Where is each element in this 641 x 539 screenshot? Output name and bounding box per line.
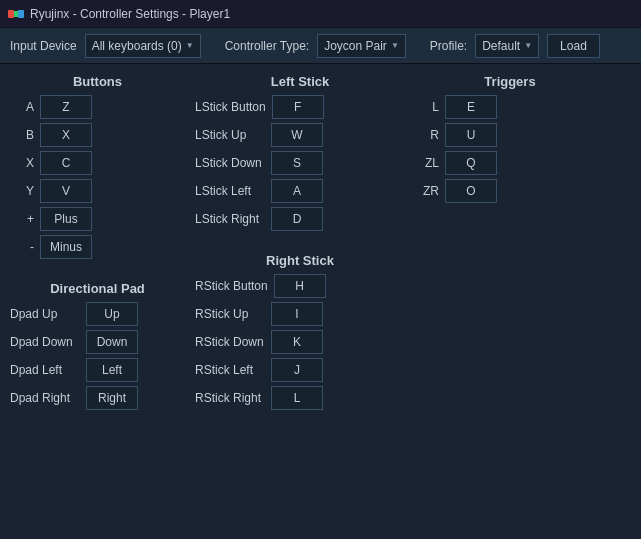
- load-button[interactable]: Load: [547, 34, 600, 58]
- right-stick-title: Right Stick: [195, 253, 405, 268]
- key-row-label: B: [10, 128, 34, 142]
- key-row-label: LStick Button: [195, 100, 266, 114]
- key-button[interactable]: W: [271, 123, 323, 147]
- key-row-label: X: [10, 156, 34, 170]
- dpad-section: Directional Pad Dpad UpUpDpad DownDownDp…: [10, 281, 185, 414]
- key-button[interactable]: S: [271, 151, 323, 175]
- profile-arrow: ▼: [524, 41, 532, 50]
- key-row-label: LStick Up: [195, 128, 265, 142]
- key-button[interactable]: I: [271, 302, 323, 326]
- key-row-label: A: [10, 100, 34, 114]
- key-row-label: Y: [10, 184, 34, 198]
- key-row-label: RStick Left: [195, 363, 265, 377]
- key-button[interactable]: Plus: [40, 207, 92, 231]
- key-button[interactable]: V: [40, 179, 92, 203]
- key-button[interactable]: Right: [86, 386, 138, 410]
- key-row: RStick RightL: [195, 386, 405, 410]
- key-row-label: RStick Button: [195, 279, 268, 293]
- key-row: RStick LeftJ: [195, 358, 405, 382]
- key-row: LStick DownS: [195, 151, 405, 175]
- key-row-label: L: [415, 100, 439, 114]
- key-button[interactable]: L: [271, 386, 323, 410]
- svg-rect-0: [8, 10, 14, 18]
- key-button[interactable]: C: [40, 151, 92, 175]
- key-row-label: ZR: [415, 184, 439, 198]
- key-row-label: LStick Left: [195, 184, 265, 198]
- key-button[interactable]: D: [271, 207, 323, 231]
- key-row-label: Dpad Up: [10, 307, 80, 321]
- key-row-label: RStick Up: [195, 307, 265, 321]
- svg-rect-2: [14, 11, 18, 17]
- controller-type-dropdown[interactable]: Joycon Pair ▼: [317, 34, 406, 58]
- key-button[interactable]: A: [271, 179, 323, 203]
- key-row-label: -: [10, 240, 34, 254]
- left-column: Buttons AZBXXCYV+Plus-Minus Directional …: [10, 74, 185, 529]
- key-row-label: RStick Right: [195, 391, 265, 405]
- triggers-section: Triggers LERUZLQZRO: [415, 74, 605, 207]
- buttons-section: Buttons AZBXXCYV+Plus-Minus: [10, 74, 185, 263]
- key-row: RU: [415, 123, 605, 147]
- key-row-label: ZL: [415, 156, 439, 170]
- key-row: XC: [10, 151, 185, 175]
- right-column: Triggers LERUZLQZRO: [415, 74, 605, 529]
- key-row: LE: [415, 95, 605, 119]
- key-button[interactable]: Q: [445, 151, 497, 175]
- controller-type-arrow: ▼: [391, 41, 399, 50]
- key-row: YV: [10, 179, 185, 203]
- key-button[interactable]: J: [271, 358, 323, 382]
- key-row: Dpad UpUp: [10, 302, 185, 326]
- key-row: ZRO: [415, 179, 605, 203]
- key-button[interactable]: Minus: [40, 235, 92, 259]
- key-button[interactable]: E: [445, 95, 497, 119]
- input-device-dropdown[interactable]: All keyboards (0) ▼: [85, 34, 201, 58]
- key-row-label: Dpad Down: [10, 335, 80, 349]
- key-row: LStick LeftA: [195, 179, 405, 203]
- key-button[interactable]: F: [272, 95, 324, 119]
- triggers-title: Triggers: [415, 74, 605, 89]
- key-row: ZLQ: [415, 151, 605, 175]
- key-row: LStick UpW: [195, 123, 405, 147]
- right-stick-section: Right Stick RStick ButtonHRStick UpIRSti…: [195, 253, 405, 414]
- key-row-label: R: [415, 128, 439, 142]
- key-row: LStick ButtonF: [195, 95, 405, 119]
- toolbar: Input Device All keyboards (0) ▼ Control…: [0, 28, 641, 64]
- key-button[interactable]: Down: [86, 330, 138, 354]
- key-row: RStick UpI: [195, 302, 405, 326]
- profile-dropdown[interactable]: Default ▼: [475, 34, 539, 58]
- key-row: -Minus: [10, 235, 185, 259]
- controller-type-label: Controller Type:: [225, 39, 310, 53]
- key-row-label: Dpad Right: [10, 391, 80, 405]
- key-button[interactable]: Left: [86, 358, 138, 382]
- key-button[interactable]: U: [445, 123, 497, 147]
- key-row: RStick ButtonH: [195, 274, 405, 298]
- title-bar: Ryujinx - Controller Settings - Player1: [0, 0, 641, 28]
- key-row: BX: [10, 123, 185, 147]
- key-row-label: Dpad Left: [10, 363, 80, 377]
- key-row: +Plus: [10, 207, 185, 231]
- svg-rect-1: [18, 10, 24, 18]
- key-button[interactable]: Z: [40, 95, 92, 119]
- key-row: RStick DownK: [195, 330, 405, 354]
- key-button[interactable]: Up: [86, 302, 138, 326]
- window-title: Ryujinx - Controller Settings - Player1: [30, 7, 230, 21]
- left-stick-title: Left Stick: [195, 74, 405, 89]
- key-row-label: LStick Right: [195, 212, 265, 226]
- input-device-arrow: ▼: [186, 41, 194, 50]
- key-button[interactable]: K: [271, 330, 323, 354]
- key-row: Dpad DownDown: [10, 330, 185, 354]
- profile-label: Profile:: [430, 39, 467, 53]
- key-row: Dpad RightRight: [10, 386, 185, 410]
- key-row: AZ: [10, 95, 185, 119]
- key-row: Dpad LeftLeft: [10, 358, 185, 382]
- buttons-title: Buttons: [10, 74, 185, 89]
- left-stick-section: Left Stick LStick ButtonFLStick UpWLStic…: [195, 74, 405, 235]
- key-button[interactable]: O: [445, 179, 497, 203]
- key-button[interactable]: X: [40, 123, 92, 147]
- main-content: Buttons AZBXXCYV+Plus-Minus Directional …: [0, 64, 641, 539]
- dpad-title: Directional Pad: [10, 281, 185, 296]
- app-icon: [8, 6, 24, 22]
- key-button[interactable]: H: [274, 274, 326, 298]
- key-row-label: RStick Down: [195, 335, 265, 349]
- key-row: LStick RightD: [195, 207, 405, 231]
- middle-column: Left Stick LStick ButtonFLStick UpWLStic…: [195, 74, 405, 529]
